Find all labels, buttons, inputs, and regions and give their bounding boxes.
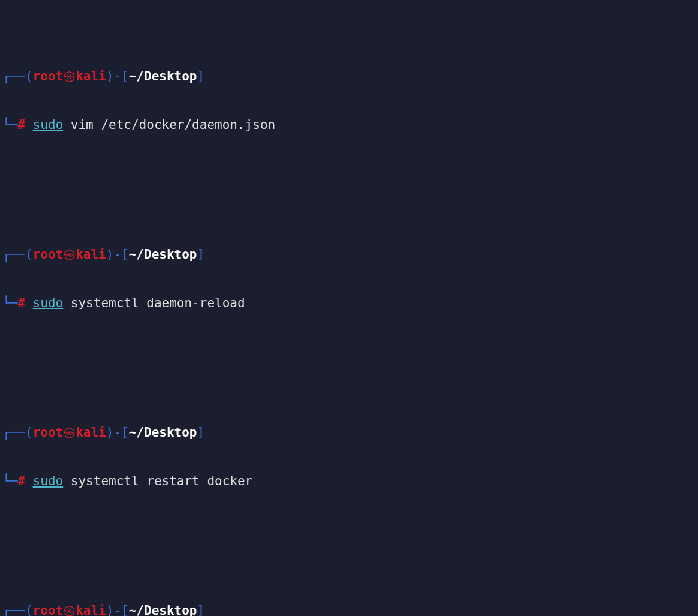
prompt-host: kali [76, 69, 106, 83]
bracket-close: ] [197, 69, 205, 83]
paren-close: ) [106, 425, 114, 440]
dash-sep: - [113, 425, 121, 440]
bracket-open: [ [121, 247, 129, 262]
prompt-host: kali [76, 247, 106, 262]
blank-line [2, 344, 696, 360]
paren-open: ( [25, 247, 33, 262]
prompt-host: kali [76, 603, 106, 616]
prompt-host: kali [76, 425, 106, 440]
bracket-open: [ [121, 425, 129, 440]
dash-sep: - [113, 247, 121, 262]
cmd-head: sudo [33, 118, 64, 132]
box-corner-icon: ┌── [2, 247, 25, 262]
prompt-user: root [33, 247, 64, 262]
bracket-close: ] [197, 425, 205, 440]
skull-icon: ㉿ [63, 425, 76, 440]
skull-icon: ㉿ [63, 603, 76, 616]
prompt-hash: # [17, 474, 25, 488]
prompt-user: root [33, 425, 64, 440]
command-line[interactable]: └─# sudo systemctl daemon-reload [2, 295, 696, 311]
prompt-line-top: ┌──(root㉿kali)-[~/Desktop] [2, 247, 696, 263]
box-corner-icon: ┌── [2, 425, 25, 440]
command-line[interactable]: └─# sudo vim /etc/docker/daemon.json [2, 117, 696, 133]
dash-sep: - [113, 69, 121, 83]
prompt-path: ~/Desktop [129, 247, 197, 262]
box-corner-icon: └─ [2, 118, 17, 132]
cmd-args: systemctl daemon-reload [63, 296, 245, 310]
prompt-path: ~/Desktop [129, 603, 197, 616]
paren-open: ( [25, 69, 33, 83]
paren-close: ) [106, 247, 114, 262]
cmd-args: vim /etc/docker/daemon.json [63, 118, 275, 132]
terminal-window[interactable]: ┌──(root㉿kali)-[~/Desktop] └─# sudo vim … [0, 0, 698, 616]
prompt-hash: # [17, 118, 25, 132]
paren-open: ( [25, 603, 33, 616]
bracket-close: ] [197, 247, 205, 262]
prompt-hash: # [17, 296, 25, 310]
cmd-args: systemctl restart docker [63, 474, 252, 488]
dash-sep: - [113, 603, 121, 616]
blank-line [2, 522, 696, 538]
bracket-close: ] [197, 603, 205, 616]
command-line[interactable]: └─# sudo systemctl restart docker [2, 473, 696, 489]
skull-icon: ㉿ [63, 247, 76, 262]
blank-line [2, 166, 696, 182]
skull-icon: ㉿ [63, 69, 76, 83]
prompt-line-top: ┌──(root㉿kali)-[~/Desktop] [2, 425, 696, 441]
box-corner-icon: ┌── [2, 69, 25, 83]
prompt-user: root [33, 69, 64, 83]
box-corner-icon: └─ [2, 474, 17, 488]
box-corner-icon: ┌── [2, 603, 25, 616]
prompt-path: ~/Desktop [129, 69, 197, 83]
paren-close: ) [106, 69, 114, 83]
prompt-line-top: ┌──(root㉿kali)-[~/Desktop] [2, 603, 696, 616]
paren-open: ( [25, 425, 33, 440]
prompt-user: root [33, 603, 64, 616]
prompt-path: ~/Desktop [129, 425, 197, 440]
bracket-open: [ [121, 69, 129, 83]
cmd-head: sudo [33, 296, 64, 310]
cmd-head: sudo [33, 474, 64, 488]
bracket-open: [ [121, 603, 129, 616]
prompt-line-top: ┌──(root㉿kali)-[~/Desktop] [2, 68, 696, 85]
box-corner-icon: └─ [2, 296, 17, 310]
paren-close: ) [106, 603, 114, 616]
